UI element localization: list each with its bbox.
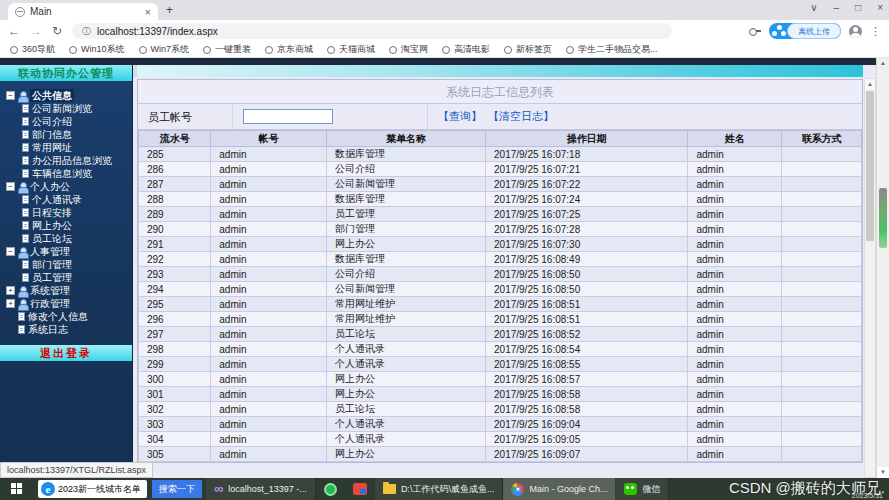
- query-button[interactable]: 【查询】: [438, 109, 482, 124]
- netdisk-extension-label[interactable]: 离线上传: [787, 23, 841, 39]
- tab-close-icon[interactable]: ×: [145, 6, 151, 18]
- table-cell: [782, 447, 862, 462]
- bookmark-favicon-icon: [327, 46, 335, 54]
- taskbar-item-green-app[interactable]: [316, 478, 345, 500]
- edge-search-box[interactable]: e 2023新一线城市名单: [38, 480, 147, 498]
- tree-node[interactable]: 员工论坛: [6, 232, 132, 245]
- bookmark-item[interactable]: Win7系统: [139, 43, 190, 56]
- tree-label: 部门信息: [32, 128, 72, 141]
- tree-node[interactable]: 公司新闻浏览: [6, 102, 132, 115]
- tree-node[interactable]: +行政管理: [6, 297, 132, 310]
- bookmark-item[interactable]: 学生二手物品交易...: [566, 43, 658, 56]
- refresh-icon[interactable]: ↻: [52, 24, 62, 38]
- new-tab-button[interactable]: +: [166, 3, 173, 17]
- employee-account-input[interactable]: [243, 109, 333, 124]
- tree-node[interactable]: −人事管理: [6, 245, 132, 258]
- table-cell: admin: [211, 417, 327, 432]
- page-info-icon[interactable]: ⓘ: [82, 25, 91, 38]
- bookmark-item[interactable]: Win10系统: [69, 43, 125, 56]
- tree-expand-icon[interactable]: −: [6, 182, 15, 191]
- table-cell: admin: [688, 447, 782, 462]
- table-cell: admin: [211, 432, 327, 447]
- taskbar-item-folder[interactable]: D:\工作代码\威鱼成鱼...: [375, 478, 504, 500]
- window-chevron-icon[interactable]: ∨: [810, 2, 817, 13]
- tree-node[interactable]: 个人通讯录: [6, 193, 132, 206]
- document-icon: [22, 234, 29, 243]
- bookmark-item[interactable]: 京东商城: [265, 43, 313, 56]
- table-cell: 2017/9/25 16:09:07: [486, 447, 688, 462]
- tree-expand-icon[interactable]: −: [6, 91, 15, 100]
- table-row: 298admin个人通讯录2017/9/25 16:08:54admin: [139, 342, 862, 357]
- bookmark-favicon-icon: [389, 46, 397, 54]
- table-cell: 网上办公: [326, 237, 485, 252]
- browser-menu-icon[interactable]: ⋮: [870, 25, 881, 38]
- bookmark-item[interactable]: 高清电影: [442, 43, 490, 56]
- table-cell: admin: [688, 222, 782, 237]
- profile-avatar[interactable]: [849, 25, 862, 38]
- taskbar-item-video-app[interactable]: [345, 478, 375, 500]
- tree-node[interactable]: 车辆信息浏览: [6, 167, 132, 180]
- table-cell: 285: [139, 147, 211, 162]
- password-key-icon[interactable]: [749, 27, 761, 35]
- browser-scrollbar[interactable]: ▲ ▼: [876, 58, 889, 478]
- search-go-button[interactable]: 搜索一下: [152, 480, 202, 498]
- table-cell: [782, 282, 862, 297]
- clear-log-button[interactable]: 【清空日志】: [488, 109, 554, 124]
- tree-node[interactable]: 部门信息: [6, 128, 132, 141]
- window-maximize-button[interactable]: □: [855, 2, 861, 13]
- tree-node[interactable]: +系统管理: [6, 284, 132, 297]
- tree-node[interactable]: 员工管理: [6, 271, 132, 284]
- taskbar-item-chrome[interactable]: Main - Google Ch...: [503, 478, 616, 500]
- taskbar-item-visualstudio[interactable]: ∞ localhost_13397 -...: [206, 478, 316, 500]
- browser-scroll-down-icon[interactable]: ▼: [877, 467, 889, 478]
- browser-tab-strip: Main × + ∨ – □ ×: [0, 0, 889, 20]
- table-row: 291admin网上办公2017/9/25 16:07:30admin: [139, 237, 862, 252]
- table-cell: 2017/9/25 16:08:57: [486, 372, 688, 387]
- tree-node[interactable]: 系统日志: [6, 323, 132, 336]
- tree-expand-icon[interactable]: −: [6, 247, 15, 256]
- document-icon: [22, 169, 29, 178]
- forward-icon[interactable]: →: [30, 24, 42, 38]
- taskbar-search-text[interactable]: 2023新一线城市名单: [58, 483, 147, 496]
- url-input[interactable]: ⓘ localhost:13397/index.aspx: [72, 23, 672, 39]
- bookmark-item[interactable]: 淘宝网: [389, 43, 428, 56]
- content-scrollbar-thumb[interactable]: [866, 91, 874, 241]
- tree-node[interactable]: 部门管理: [6, 258, 132, 271]
- taskbar-search[interactable]: e 2023新一线城市名单 搜索一下: [34, 478, 206, 500]
- browser-tab-main[interactable]: Main ×: [8, 3, 158, 20]
- netdisk-extension-icon[interactable]: 离线上传: [769, 23, 841, 39]
- start-button[interactable]: [0, 478, 34, 500]
- table-cell: admin: [211, 147, 327, 162]
- tree-node[interactable]: −公共信息: [6, 89, 132, 102]
- tray-date: 2023/5/31: [852, 492, 883, 499]
- bookmark-item[interactable]: 360导航: [10, 43, 55, 56]
- url-text: localhost:13397/index.aspx: [97, 26, 218, 37]
- scroll-up-icon[interactable]: ▲: [865, 79, 875, 90]
- tree-node[interactable]: 公司介绍: [6, 115, 132, 128]
- web-page: 联动协同办公管理 −公共信息公司新闻浏览公司介绍部门信息常用网址办公用品信息浏览…: [0, 58, 889, 478]
- browser-scroll-up-icon[interactable]: ▲: [877, 58, 889, 69]
- bookmark-item[interactable]: 天猫商城: [327, 43, 375, 56]
- tree-node[interactable]: 日程安排: [6, 206, 132, 219]
- back-icon[interactable]: ←: [8, 24, 20, 38]
- browser-scrollbar-thumb[interactable]: [879, 188, 887, 248]
- window-minimize-button[interactable]: –: [834, 2, 840, 13]
- table-cell: [782, 387, 862, 402]
- tree-node[interactable]: 网上办公: [6, 219, 132, 232]
- system-tray[interactable]: 2023/5/31: [852, 478, 889, 500]
- window-close-button[interactable]: ×: [877, 2, 883, 13]
- table-cell: admin: [211, 402, 327, 417]
- tree-expand-icon[interactable]: +: [6, 299, 15, 308]
- table-row: 305admin网上办公2017/9/25 16:09:07admin: [139, 447, 862, 462]
- tree-node[interactable]: 修改个人信息: [6, 310, 132, 323]
- taskbar-item-wechat[interactable]: 微信: [616, 478, 669, 500]
- table-cell: 2017/9/25 16:07:28: [486, 222, 688, 237]
- content-scrollbar[interactable]: ▲: [864, 78, 876, 478]
- bookmark-item[interactable]: 新标签页: [504, 43, 552, 56]
- bookmark-item[interactable]: 一键重装: [203, 43, 251, 56]
- tree-expand-icon[interactable]: +: [6, 286, 15, 295]
- tree-node[interactable]: −个人办公: [6, 180, 132, 193]
- logout-button[interactable]: 退出登录: [0, 345, 132, 361]
- tree-node[interactable]: 办公用品信息浏览: [6, 154, 132, 167]
- tree-node[interactable]: 常用网址: [6, 141, 132, 154]
